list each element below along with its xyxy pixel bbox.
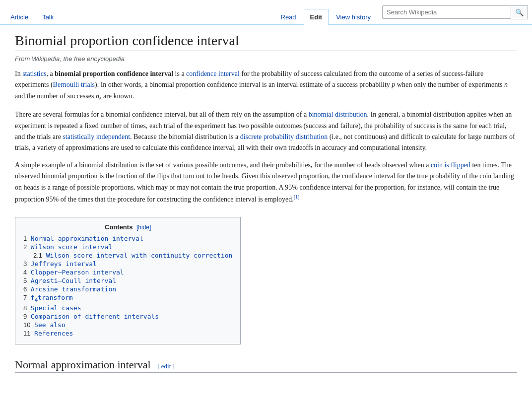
link-statistically-independent[interactable]: statistically independent <box>63 133 130 140</box>
toc-num-3: 3 <box>23 260 27 268</box>
page-title: Binomial proportion confidence interval <box>15 33 517 51</box>
toc-link-3[interactable]: Jeffreys interval <box>31 260 97 268</box>
toc-num-10: 10 <box>23 321 30 329</box>
toc-num-5: 5 <box>23 277 27 284</box>
toc-link-4[interactable]: Clopper–Pearson interval <box>31 269 124 276</box>
toc-list: 1 Normal approximation interval 2 Wilson… <box>23 235 232 337</box>
link-discrete-prob[interactable]: discrete probability distribution <box>240 133 328 140</box>
link-coin-flip[interactable]: coin is flipped <box>431 161 470 169</box>
toc-num-8: 8 <box>23 304 27 312</box>
link-confidence-interval[interactable]: confidence interval <box>186 70 240 77</box>
ref-1[interactable]: [1] <box>294 194 300 200</box>
section-normal-approx-title: Normal approximation interval [ edit ] <box>15 358 517 373</box>
link-bernoulli[interactable]: Bernoulli trials <box>53 81 95 88</box>
toc-item-5: 5 Agresti–Coull interval <box>23 277 232 284</box>
search-area: 🔍 <box>378 0 528 24</box>
toc-num-4: 4 <box>23 269 27 276</box>
toc-num-6: 6 <box>23 285 27 293</box>
toc-link-10[interactable]: See also <box>34 321 66 329</box>
toc-num-11: 11 <box>23 330 30 337</box>
toc-title: Contents [hide] <box>23 223 232 231</box>
toc-num-2-1: 2.1 <box>33 252 42 259</box>
toc-link-8[interactable]: Special cases <box>31 304 81 312</box>
toc-sub-2: 2.1 Wilson score interval with continuit… <box>23 252 232 259</box>
toc-item-4: 4 Clopper–Pearson interval <box>23 269 232 276</box>
toc-num-2: 2 <box>23 243 27 251</box>
section-title-text: Normal approximation interval <box>15 358 151 371</box>
toc-item-9: 9 Comparison of different intervals <box>23 313 232 320</box>
toc-box: Contents [hide] 1 Normal approximation i… <box>15 217 241 344</box>
toc-link-6[interactable]: Arcsine transformation <box>31 285 116 293</box>
toc-hide-button[interactable]: [hide] <box>136 224 151 231</box>
toc-item-8: 8 Special cases <box>23 304 232 312</box>
action-view-history[interactable]: View history <box>330 9 377 25</box>
toc-item-1: 1 Normal approximation interval <box>23 235 232 242</box>
top-navigation: Article Talk Read Edit View history 🔍 <box>0 0 532 25</box>
toc-item-2-1: 2.1 Wilson score interval with continuit… <box>33 252 232 259</box>
toc-link-1[interactable]: Normal approximation interval <box>31 235 143 242</box>
toc-link-2-1[interactable]: Wilson score interval with continuity co… <box>46 252 233 259</box>
from-line: From Wikipedia, the free encyclopedia <box>15 55 517 63</box>
toc-item-3: 3 Jeffreys interval <box>23 260 232 268</box>
toc-item-7: 7 f4transform <box>23 294 232 303</box>
action-edit[interactable]: Edit <box>304 9 329 25</box>
toc-item-2: 2 Wilson score interval 2.1 Wilson score… <box>23 243 232 259</box>
toc-item-6: 6 Arcsine transformation <box>23 285 232 293</box>
tab-talk[interactable]: Talk <box>36 9 60 25</box>
search-button[interactable]: 🔍 <box>511 5 528 19</box>
page-content: Binomial proportion confidence interval … <box>3 25 529 385</box>
section-edit-link[interactable]: [ edit ] <box>157 362 175 370</box>
tab-article[interactable]: Article <box>4 9 35 25</box>
toc-item-10: 10 See also <box>23 321 232 329</box>
intro-para-3: A simple example of a binomial distribut… <box>15 160 517 205</box>
action-read[interactable]: Read <box>274 9 303 25</box>
intro-para-2: There are several formulas for a binomia… <box>15 109 517 154</box>
toc-title-text: Contents <box>105 223 133 231</box>
tab-group: Article Talk <box>4 0 274 24</box>
toc-link-11[interactable]: References <box>34 330 73 337</box>
toc-link-2[interactable]: Wilson score interval <box>31 243 112 251</box>
toc-num-9: 9 <box>23 313 27 320</box>
toc-link-7[interactable]: f4transform <box>31 294 73 301</box>
intro-para-1: In statistics, a binomial proportion con… <box>15 68 517 103</box>
toc-link-9[interactable]: Comparison of different intervals <box>31 313 159 320</box>
toc-num-7: 7 <box>23 294 27 301</box>
toc-num-1: 1 <box>23 235 27 242</box>
link-statistics[interactable]: statistics <box>22 70 46 77</box>
tab-actions: Read Edit View history <box>274 0 378 24</box>
search-input[interactable] <box>382 5 511 19</box>
toc-link-5[interactable]: Agresti–Coull interval <box>31 277 116 284</box>
toc-item-11: 11 References <box>23 330 232 337</box>
link-binomial-dist[interactable]: binomial distribution <box>309 111 367 118</box>
